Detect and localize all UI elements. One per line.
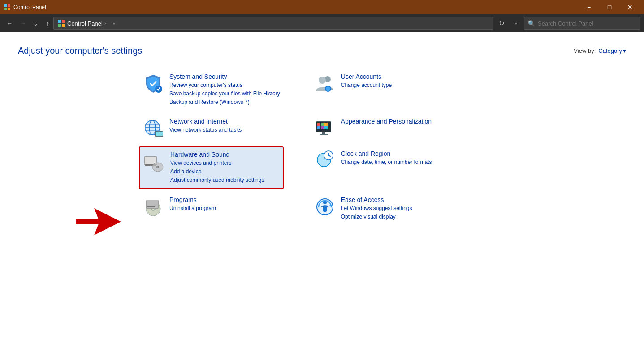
address-icon bbox=[57, 19, 65, 27]
svg-rect-22 bbox=[157, 137, 161, 137]
svg-point-40 bbox=[157, 166, 159, 167]
svg-rect-3 bbox=[8, 8, 10, 10]
svg-rect-4 bbox=[58, 20, 61, 23]
address-dropdown-btn[interactable]: ▾ bbox=[108, 17, 121, 30]
svg-rect-25 bbox=[317, 123, 320, 126]
search-box: 🔍 bbox=[524, 17, 640, 30]
dropdown-button[interactable]: ⌄ bbox=[30, 17, 41, 30]
user-accounts-text: User Accounts Change account type bbox=[341, 73, 452, 90]
minimize-button[interactable]: − bbox=[579, 0, 599, 14]
programs-name[interactable]: Programs bbox=[169, 196, 280, 203]
main-content: Adjust your computer's settings View by:… bbox=[0, 32, 644, 343]
ease-access-link-1[interactable]: Let Windows suggest settings bbox=[341, 204, 452, 213]
search-input[interactable] bbox=[538, 20, 636, 27]
titlebar-title: Control Panel bbox=[13, 4, 46, 10]
system-security-icon bbox=[143, 73, 164, 94]
svg-rect-5 bbox=[62, 20, 65, 23]
titlebar-controls: − □ ✕ bbox=[579, 0, 640, 14]
category-item-user-accounts[interactable]: User Accounts Change account type bbox=[311, 69, 455, 111]
hardware-sound-text: Hardware and Sound View devices and prin… bbox=[170, 151, 279, 185]
svg-rect-29 bbox=[321, 126, 324, 129]
user-accounts-name[interactable]: User Accounts bbox=[341, 73, 452, 80]
ease-access-link-2[interactable]: Optimize visual display bbox=[341, 213, 452, 221]
svg-rect-21 bbox=[156, 132, 163, 136]
categories-grid: System and Security Review your computer… bbox=[139, 69, 455, 225]
svg-rect-34 bbox=[145, 157, 156, 164]
svg-rect-53 bbox=[147, 206, 155, 207]
page-header: Adjust your computer's settings View by:… bbox=[18, 46, 626, 56]
up-button[interactable]: ↑ bbox=[43, 17, 52, 30]
red-arrow-indicator bbox=[76, 208, 121, 237]
refresh-button[interactable]: ↻ bbox=[495, 17, 508, 30]
appearance-text: Appearance and Personalization bbox=[341, 118, 452, 126]
programs-text: Programs Uninstall a program bbox=[169, 196, 280, 213]
system-security-name[interactable]: System and Security bbox=[169, 73, 280, 80]
address-bar-dropdown[interactable]: ▾ bbox=[510, 17, 522, 30]
close-button[interactable]: ✕ bbox=[620, 0, 640, 14]
clock-region-icon bbox=[314, 150, 336, 172]
programs-icon bbox=[143, 196, 164, 218]
appearance-icon bbox=[314, 118, 336, 139]
back-button[interactable]: ← bbox=[4, 17, 15, 30]
system-security-link-1[interactable]: Review your computer's status bbox=[169, 81, 280, 90]
svg-rect-7 bbox=[62, 24, 65, 27]
breadcrumb-text[interactable]: Control Panel bbox=[67, 20, 103, 27]
breadcrumb-sep: › bbox=[104, 20, 106, 26]
ease-access-icon bbox=[314, 196, 336, 218]
svg-rect-30 bbox=[324, 126, 328, 129]
hardware-sound-link-3[interactable]: Adjust commonly used mobility settings bbox=[170, 176, 279, 184]
category-item-clock-region[interactable]: Clock and Region Change date, time, or n… bbox=[311, 146, 455, 189]
svg-rect-2 bbox=[4, 8, 7, 10]
app-icon bbox=[4, 4, 11, 11]
svg-point-36 bbox=[150, 165, 151, 166]
view-by-label: View by: bbox=[574, 47, 596, 54]
clock-region-link-1[interactable]: Change date, time, or number formats bbox=[341, 158, 452, 167]
address-bar: Control Panel › ▾ bbox=[53, 17, 493, 30]
svg-rect-6 bbox=[58, 24, 61, 27]
navbar: ← → ⌄ ↑ Control Panel › ▾ ↻ ▾ 🔍 bbox=[0, 14, 644, 32]
svg-marker-8 bbox=[76, 208, 121, 235]
system-security-text: System and Security Review your computer… bbox=[169, 73, 280, 107]
category-item-network[interactable]: Network and Internet View network status… bbox=[139, 114, 284, 143]
clock-region-name[interactable]: Clock and Region bbox=[341, 150, 452, 157]
svg-point-12 bbox=[319, 77, 326, 84]
system-security-link-2[interactable]: Save backup copies your files with File … bbox=[169, 90, 280, 98]
svg-rect-0 bbox=[4, 4, 7, 7]
svg-rect-26 bbox=[321, 123, 324, 126]
network-text: Network and Internet View network status… bbox=[169, 118, 280, 134]
svg-rect-32 bbox=[320, 134, 328, 135]
hardware-sound-link-1[interactable]: View devices and printers bbox=[170, 159, 279, 167]
user-accounts-icon bbox=[314, 73, 336, 94]
programs-link-1[interactable]: Uninstall a program bbox=[169, 204, 280, 213]
svg-rect-27 bbox=[324, 123, 328, 126]
titlebar: Control Panel − □ ✕ bbox=[0, 0, 644, 14]
network-link-1[interactable]: View network status and tasks bbox=[169, 126, 280, 134]
ease-access-name[interactable]: Ease of Access bbox=[341, 196, 452, 203]
system-security-link-3[interactable]: Backup and Restore (Windows 7) bbox=[169, 98, 280, 107]
view-by-dropdown[interactable]: Category ▾ bbox=[598, 47, 626, 54]
network-name[interactable]: Network and Internet bbox=[169, 118, 280, 125]
clock-region-text: Clock and Region Change date, time, or n… bbox=[341, 150, 452, 167]
maximize-button[interactable]: □ bbox=[599, 0, 620, 14]
svg-rect-31 bbox=[322, 132, 325, 134]
category-item-ease-access[interactable]: Ease of Access Let Windows suggest setti… bbox=[311, 193, 455, 225]
hardware-sound-icon bbox=[143, 151, 165, 172]
hardware-sound-link-2[interactable]: Add a device bbox=[170, 167, 279, 176]
user-accounts-link-1[interactable]: Change account type bbox=[341, 81, 452, 90]
svg-rect-1 bbox=[8, 4, 10, 7]
hardware-sound-name[interactable]: Hardware and Sound bbox=[170, 151, 279, 158]
search-icon: 🔍 bbox=[528, 20, 535, 27]
category-item-system-security[interactable]: System and Security Review your computer… bbox=[139, 69, 284, 111]
network-icon bbox=[143, 118, 164, 139]
category-item-appearance[interactable]: Appearance and Personalization bbox=[311, 114, 455, 143]
appearance-name[interactable]: Appearance and Personalization bbox=[341, 118, 452, 125]
svg-rect-28 bbox=[317, 126, 320, 129]
page-title: Adjust your computer's settings bbox=[18, 46, 142, 56]
titlebar-left: Control Panel bbox=[4, 4, 46, 11]
ease-access-text: Ease of Access Let Windows suggest setti… bbox=[341, 196, 452, 221]
forward-button[interactable]: → bbox=[17, 17, 29, 30]
category-item-programs[interactable]: Programs Uninstall a program bbox=[139, 193, 284, 225]
category-item-hardware-sound[interactable]: Hardware and Sound View devices and prin… bbox=[139, 146, 284, 189]
view-by-control: View by: Category ▾ bbox=[574, 47, 626, 54]
